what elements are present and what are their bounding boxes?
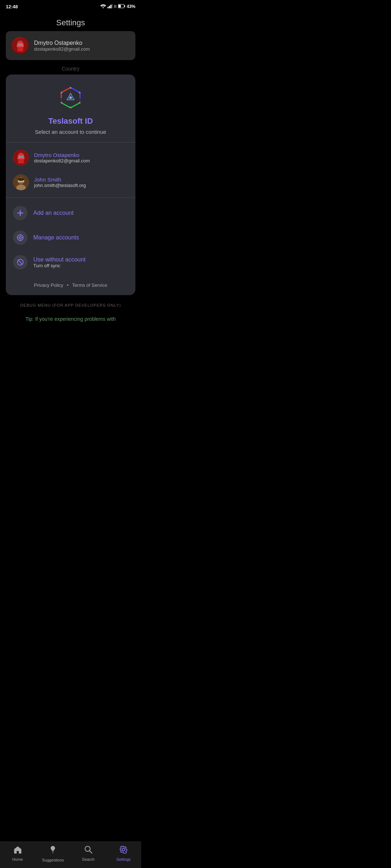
svg-rect-9 xyxy=(17,46,23,51)
page-container: 12:48 R 43% Settings xyxy=(0,0,141,354)
svg-point-20 xyxy=(79,92,81,94)
country-label: Country xyxy=(0,64,141,73)
account-name-dmytro: Dmytro Ostapenko xyxy=(34,152,90,158)
tip-text: Tip: If you're experiencing problems wit… xyxy=(0,309,141,326)
svg-rect-28 xyxy=(18,155,24,158)
status-right: R 43% xyxy=(100,4,135,9)
svg-rect-2 xyxy=(110,5,112,8)
add-account-item[interactable]: Add an account xyxy=(6,201,135,225)
svg-rect-30 xyxy=(21,156,23,157)
account-info-dmytro: Dmytro Ostapenko dostapenko82@gmail.com xyxy=(34,152,90,163)
account-item-john[interactable]: John Smith john.smith@teslasoft.org xyxy=(6,170,135,195)
battery-percent: 43% xyxy=(127,4,135,9)
avatar-dmytro-modal xyxy=(13,150,29,166)
debug-menu: DEBUG MENU (FOR APP DEVELOPERS ONLY) xyxy=(0,299,141,309)
add-account-label: Add an account xyxy=(33,210,73,216)
modal-subtitle: Select an account to continue xyxy=(13,129,128,135)
accounts-section: Dmytro Ostapenko dostapenko82@gmail.com xyxy=(6,142,135,197)
use-without-info: Use without account Turn off sync xyxy=(33,256,85,268)
turn-off-sync-label: Turn off sync xyxy=(33,263,85,268)
svg-point-18 xyxy=(70,87,72,89)
signal-icon xyxy=(108,4,113,9)
terms-of-service-link[interactable]: Terms of Service xyxy=(72,282,107,288)
use-without-account-item[interactable]: Use without account Turn off sync xyxy=(6,250,135,275)
svg-point-34 xyxy=(18,178,24,181)
svg-rect-0 xyxy=(108,7,109,8)
no-account-icon-circle xyxy=(13,255,28,269)
account-info-john: John Smith john.smith@teslasoft.org xyxy=(34,176,86,188)
footer-separator: • xyxy=(67,282,69,288)
modal-header: Teslasoft ID Select an account to contin… xyxy=(6,75,135,142)
top-account-email: dostapenko82@gmail.com xyxy=(34,46,90,52)
svg-point-19 xyxy=(61,92,63,94)
wifi-icon xyxy=(100,4,106,9)
svg-rect-5 xyxy=(124,5,125,7)
actions-section: Add an account Manage accounts Use witho… xyxy=(6,198,135,277)
svg-point-17 xyxy=(70,97,72,99)
manage-accounts-item[interactable]: Manage accounts xyxy=(6,225,135,250)
svg-rect-26 xyxy=(18,158,24,163)
top-account-info: Dmytro Ostapenko dostapenko82@gmail.com xyxy=(34,40,90,52)
account-item-dmytro[interactable]: Dmytro Ostapenko dostapenko82@gmail.com xyxy=(6,145,135,170)
top-account-card[interactable]: Dmytro Ostapenko dostapenko82@gmail.com xyxy=(6,31,135,60)
avatar-john-modal xyxy=(13,174,29,190)
use-without-label: Use without account xyxy=(33,256,85,263)
svg-point-22 xyxy=(79,102,81,104)
avatar-dmytro xyxy=(12,37,29,54)
manage-accounts-label: Manage accounts xyxy=(33,234,79,241)
modal-footer: Privacy Policy • Terms of Service xyxy=(6,277,135,295)
svg-point-23 xyxy=(70,107,72,109)
account-email-john: john.smith@teslasoft.org xyxy=(34,183,86,188)
page-title: Settings xyxy=(0,12,141,31)
modal-title: Teslasoft ID xyxy=(13,116,128,126)
top-account-avatar xyxy=(12,37,29,54)
svg-rect-6 xyxy=(118,5,121,8)
battery-icon xyxy=(118,4,125,9)
svg-rect-12 xyxy=(18,44,20,45)
svg-rect-11 xyxy=(17,43,23,46)
privacy-policy-link[interactable]: Privacy Policy xyxy=(34,282,63,288)
status-bar: 12:48 R 43% xyxy=(0,0,141,12)
account-name-john: John Smith xyxy=(34,176,86,183)
teslasoft-logo xyxy=(58,85,84,111)
top-account-name: Dmytro Ostapenko xyxy=(34,40,90,46)
account-email-dmytro: dostapenko82@gmail.com xyxy=(34,158,90,163)
svg-rect-3 xyxy=(112,4,113,8)
svg-rect-1 xyxy=(109,6,110,8)
r-badge: R xyxy=(114,5,117,9)
svg-point-38 xyxy=(19,237,21,239)
status-time: 12:48 xyxy=(6,4,18,9)
add-icon-circle xyxy=(13,206,28,220)
teslasoft-id-modal: Teslasoft ID Select an account to contin… xyxy=(6,75,135,295)
svg-line-44 xyxy=(18,260,23,265)
svg-point-21 xyxy=(61,102,63,104)
svg-rect-13 xyxy=(21,44,22,45)
svg-rect-29 xyxy=(19,156,21,157)
manage-icon-circle xyxy=(13,230,28,245)
